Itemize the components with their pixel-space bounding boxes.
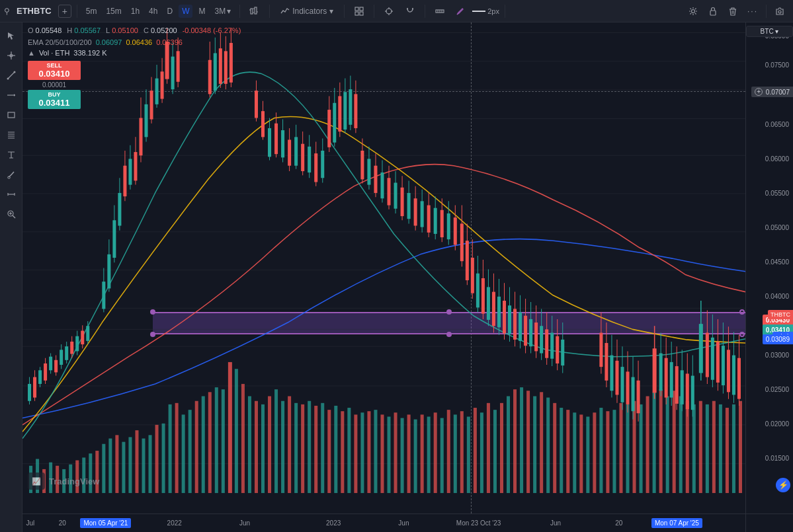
svg-rect-109 xyxy=(321,403,324,493)
pen-button[interactable] xyxy=(452,4,469,19)
time-2023: 2023 xyxy=(326,519,341,527)
svg-rect-37 xyxy=(8,112,15,118)
svg-rect-83 xyxy=(149,435,152,493)
zoom-tool[interactable] xyxy=(2,205,21,223)
svg-rect-80 xyxy=(128,437,132,493)
fibonacci-tool[interactable] xyxy=(2,126,21,144)
time-oct23: Mon 23 Oct '23 xyxy=(456,519,501,527)
svg-point-10 xyxy=(386,9,392,14)
svg-rect-88 xyxy=(182,414,185,493)
spread-value: 0.00001 xyxy=(28,81,81,89)
measure-tool[interactable] xyxy=(2,185,21,204)
svg-rect-108 xyxy=(314,406,317,493)
lock-button[interactable] xyxy=(704,2,722,20)
timeframe-3m-dropdown[interactable]: 3M ▾ xyxy=(211,5,234,18)
main-area: O 0.05548 H 0.05567 L 0.05100 C 0.05200 xyxy=(0,22,793,532)
time-axis-row: Jul 20 Mon 05 Apr '21 2022 Jun 2023 Jun … xyxy=(22,513,793,532)
svg-rect-169 xyxy=(719,404,722,493)
cursor-tool[interactable] xyxy=(2,26,21,45)
ohlc-bar: O 0.05548 H 0.05567 L 0.05100 C 0.05200 xyxy=(28,26,241,34)
rectangle-tool[interactable] xyxy=(2,106,21,124)
text-tool[interactable] xyxy=(2,145,21,164)
btc-selector[interactable]: BTC ▾ xyxy=(746,26,793,37)
svg-rect-131 xyxy=(467,416,470,493)
svg-rect-134 xyxy=(487,403,490,493)
svg-rect-77 xyxy=(108,438,112,493)
svg-rect-79 xyxy=(122,442,125,493)
screenshot-button[interactable] xyxy=(771,2,789,20)
svg-rect-155 xyxy=(626,404,630,493)
svg-rect-127 xyxy=(440,418,444,494)
svg-point-23 xyxy=(692,9,695,13)
more-button[interactable]: ··· xyxy=(743,2,762,20)
divider-3 xyxy=(269,5,270,18)
magnet-button[interactable] xyxy=(401,2,419,20)
timeframe-15m[interactable]: 15m xyxy=(103,5,124,18)
svg-rect-24 xyxy=(710,11,716,15)
buy-price-display: BUY 0.03411 xyxy=(28,90,81,109)
symbol-selector[interactable]: ETHBTC xyxy=(13,6,56,16)
svg-line-21 xyxy=(462,9,463,9)
measure-button[interactable] xyxy=(431,2,449,20)
svg-rect-170 xyxy=(726,408,729,493)
svg-rect-122 xyxy=(407,414,411,493)
svg-rect-91 xyxy=(202,397,205,494)
timeframe-W[interactable]: W xyxy=(179,5,192,18)
svg-rect-138 xyxy=(513,389,517,493)
svg-rect-7 xyxy=(360,7,363,11)
settings-button[interactable] xyxy=(684,2,702,20)
svg-rect-101 xyxy=(268,397,271,494)
svg-rect-157 xyxy=(640,404,643,493)
trend-line-tool[interactable] xyxy=(2,66,21,85)
timeframe-M[interactable]: M xyxy=(195,5,208,18)
svg-rect-132 xyxy=(474,408,477,493)
lightning-button[interactable]: ⚡ xyxy=(776,478,790,492)
svg-rect-99 xyxy=(255,401,258,493)
svg-rect-160 xyxy=(659,389,663,493)
svg-rect-105 xyxy=(294,403,298,493)
chart-wrapper: O 0.05548 H 0.05567 L 0.05100 C 0.05200 xyxy=(22,22,793,532)
price-tick-0045: 0.04500 xyxy=(765,258,789,266)
svg-rect-97 xyxy=(241,384,245,493)
svg-rect-9 xyxy=(360,12,363,15)
svg-rect-89 xyxy=(188,410,192,493)
svg-rect-145 xyxy=(560,408,563,493)
svg-rect-113 xyxy=(347,408,351,493)
svg-rect-159 xyxy=(653,392,656,493)
chart-area[interactable]: O 0.05548 H 0.05567 L 0.05100 C 0.05200 xyxy=(22,22,745,513)
time-20: 20 xyxy=(59,519,66,527)
svg-rect-149 xyxy=(586,416,589,493)
svg-rect-121 xyxy=(401,418,404,494)
price-panel: SELL 0.03410 0.00001 BUY 0.03411 xyxy=(28,61,81,109)
svg-rect-152 xyxy=(606,411,609,493)
svg-rect-111 xyxy=(334,406,337,493)
trash-button[interactable] xyxy=(724,2,742,20)
price-tick-002: 0.02000 xyxy=(765,420,789,428)
main-chart-svg xyxy=(22,22,745,513)
add-symbol-button[interactable]: + xyxy=(58,5,71,18)
timeframe-4h[interactable]: 4h xyxy=(146,5,161,18)
layout-button[interactable] xyxy=(350,2,368,20)
vol-value: 338.192 K xyxy=(73,49,106,57)
price-tick-0015: 0.01500 xyxy=(765,455,789,462)
timeframe-D[interactable]: D xyxy=(163,5,176,18)
timeframe-5m[interactable]: 5m xyxy=(83,5,101,18)
svg-rect-84 xyxy=(155,425,159,493)
indicators-button[interactable]: Indicators ▾ xyxy=(275,4,339,19)
crosshair-button[interactable] xyxy=(380,2,398,20)
timeframe-1h[interactable]: 1h xyxy=(128,5,143,18)
price-axis: BTC ▾ 0.08000 0.07500 + 0.07007 0.06500 … xyxy=(745,22,793,513)
divider-2 xyxy=(239,5,240,18)
horizontal-line-tool[interactable] xyxy=(2,86,21,104)
svg-rect-130 xyxy=(460,411,464,493)
brush-tool[interactable] xyxy=(2,165,21,184)
time-jul: Jul xyxy=(26,519,34,527)
chart-type-button[interactable] xyxy=(245,2,264,20)
svg-rect-137 xyxy=(507,397,510,494)
crosshair-tool[interactable] xyxy=(2,46,21,65)
svg-rect-95 xyxy=(228,362,232,493)
search-icon: ⚲ xyxy=(4,7,10,16)
svg-rect-158 xyxy=(646,397,649,494)
svg-rect-172 xyxy=(739,401,742,493)
svg-rect-165 xyxy=(692,404,696,493)
